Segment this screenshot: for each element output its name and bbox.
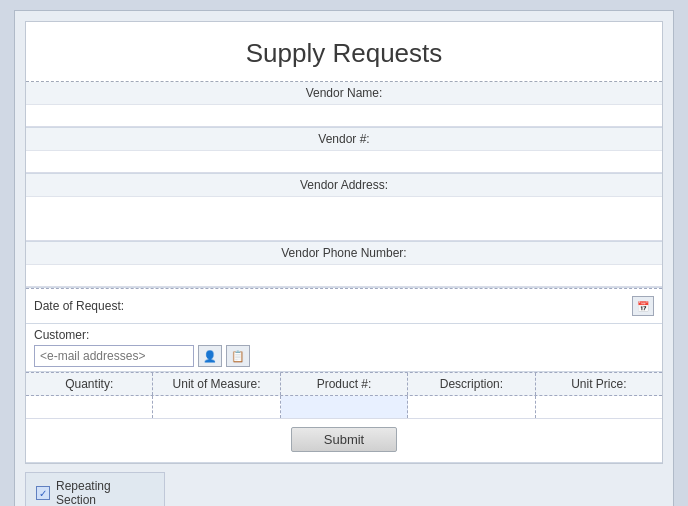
vendor-name-section: Vendor Name: <box>26 82 662 128</box>
cell-description[interactable] <box>408 396 535 418</box>
submit-button[interactable]: Submit <box>291 427 397 452</box>
table-row <box>26 396 662 419</box>
repeating-section-label: Repeating Section <box>56 479 154 506</box>
cell-product-number[interactable] <box>281 396 408 418</box>
cell-unit-price[interactable] <box>536 396 662 418</box>
date-section: Date of Request: <box>26 288 662 324</box>
vendor-phone-label: Vendor Phone Number: <box>26 242 662 265</box>
vendor-address-input[interactable] <box>26 197 662 241</box>
customer-book-button[interactable] <box>226 345 250 367</box>
customer-person-button[interactable] <box>198 345 222 367</box>
customer-section: Customer: <box>26 324 662 372</box>
vendor-name-label: Vendor Name: <box>26 82 662 105</box>
vendor-address-label: Vendor Address: <box>26 174 662 197</box>
vendor-number-label: Vendor #: <box>26 128 662 151</box>
date-label: Date of Request: <box>34 299 124 313</box>
vendor-number-section: Vendor #: <box>26 128 662 174</box>
calendar-button[interactable] <box>632 296 654 316</box>
form-title: Supply Requests <box>26 22 662 82</box>
col-quantity: Quantity: <box>26 373 153 395</box>
table-header: Quantity: Unit of Measure: Product #: De… <box>26 372 662 396</box>
vendor-phone-input[interactable] <box>26 265 662 287</box>
customer-label: Customer: <box>34 328 654 342</box>
cell-unit-measure[interactable] <box>153 396 280 418</box>
calendar-icon <box>637 300 649 312</box>
person-icon <box>203 350 217 363</box>
outer-wrapper: Supply Requests Vendor Name: Vendor #: V… <box>14 10 674 506</box>
submit-row: Submit <box>26 419 662 463</box>
customer-email-input[interactable] <box>34 345 194 367</box>
col-product-number: Product #: <box>281 373 408 395</box>
repeating-section-checkbox[interactable]: ✓ <box>36 486 50 500</box>
vendor-phone-section: Vendor Phone Number: <box>26 242 662 288</box>
vendor-number-input[interactable] <box>26 151 662 173</box>
col-description: Description: <box>408 373 535 395</box>
vendor-name-input[interactable] <box>26 105 662 127</box>
repeating-section-bar: ✓ Repeating Section <box>25 472 165 506</box>
customer-input-row <box>34 345 654 367</box>
col-unit-price: Unit Price: <box>536 373 662 395</box>
form-container: Supply Requests Vendor Name: Vendor #: V… <box>25 21 663 464</box>
cell-quantity[interactable] <box>26 396 153 418</box>
col-unit-measure: Unit of Measure: <box>153 373 280 395</box>
vendor-address-section: Vendor Address: <box>26 174 662 242</box>
book-icon <box>231 350 245 363</box>
